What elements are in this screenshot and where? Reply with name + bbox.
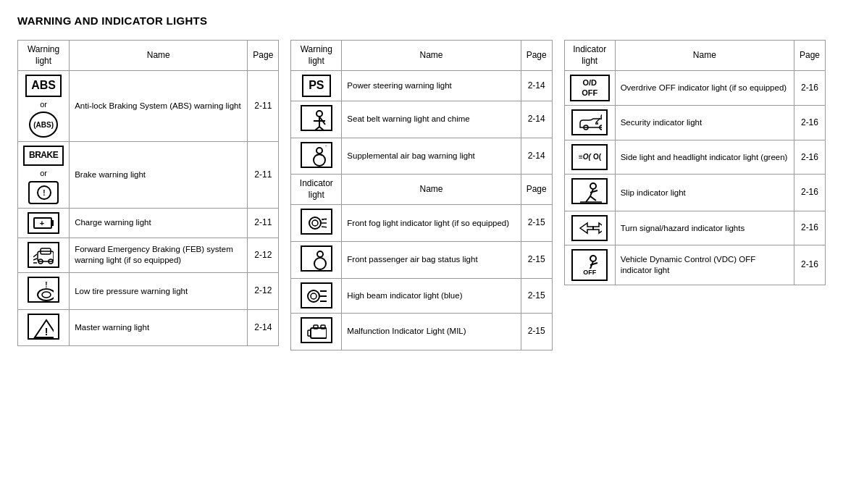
svg-rect-3: [51, 220, 54, 226]
off-text: OFF: [582, 88, 597, 98]
table-row: + Charge warning light 2-11: [18, 208, 279, 238]
security-page: 2-16: [794, 105, 825, 140]
icon-cell-foglight: [291, 205, 342, 242]
abs-icon: ABS: [25, 75, 62, 97]
table-row: Security indicator light 2-16: [564, 105, 825, 140]
feb-icon: [28, 242, 59, 268]
pass-airbag-name: Front passenger air bag status light: [342, 241, 521, 278]
mil-icon: [301, 317, 332, 343]
triangle-warning-svg: !: [33, 317, 54, 339]
vdc-svg: [577, 253, 609, 269]
svg-rect-45: [308, 330, 311, 336]
svg-line-67: [590, 263, 597, 265]
abs-name: Anti-lock Braking System (ABS) warning l…: [70, 71, 248, 142]
turnsignal-icon: [571, 215, 608, 241]
feb-name: Forward Emergency Braking (FEB) system w…: [70, 238, 248, 273]
svg-point-27: [309, 217, 321, 229]
table-row: ! Master warning light 2-14: [18, 309, 279, 346]
security-icon: [571, 109, 608, 135]
svg-point-49: [601, 114, 602, 119]
svg-text:!: !: [45, 326, 49, 337]
icon-cell-airbag: *: [291, 138, 342, 175]
sidelight-name: Side light and headlight indicator light…: [615, 140, 794, 175]
icon-cell-seatbelt: [291, 101, 342, 138]
battery-icon: +: [33, 217, 54, 230]
page-title: WARNING AND INDICATOR LIGHTS: [17, 14, 826, 27]
svg-point-55: [590, 183, 596, 189]
svg-line-31: [322, 227, 327, 228]
vdc-name: Vehicle Dynamic Control (VDC) OFF indica…: [615, 245, 794, 285]
table-row: Front fog light indicator light (if so e…: [291, 205, 552, 242]
icon-cell-mil: [291, 314, 342, 350]
seatbelt-page: 2-14: [521, 101, 552, 138]
tables-container: Warninglight Name Page ABS or (ABS) Anti…: [17, 40, 826, 350]
seatbelt-name: Seat belt warning light and chime: [342, 101, 521, 138]
table1-header-light: Warninglight: [18, 41, 70, 71]
svg-line-57: [590, 190, 597, 193]
svg-marker-64: [593, 223, 602, 233]
icon-cell-security: [564, 105, 615, 140]
slip-page: 2-16: [794, 175, 825, 211]
ps-name: Power steering warning light: [342, 71, 521, 101]
svg-point-28: [312, 220, 318, 226]
slip-icon: [571, 178, 608, 204]
table-row: * Supplemental air bag warning light 2-1…: [291, 138, 552, 175]
icon-cell-turnsignal: [564, 211, 615, 245]
table-row: BRAKE or ! Brake warning light 2-11: [18, 142, 279, 208]
ps-page: 2-14: [521, 71, 552, 101]
master-warning-page: 2-14: [248, 309, 279, 346]
indicator-subheader-row: Indicatorlight Name Page: [291, 175, 552, 205]
charge-page: 2-11: [248, 208, 279, 238]
foglight-svg: [306, 212, 327, 234]
highbeam-name: High beam indicator light (blue): [342, 278, 521, 314]
svg-point-13: [42, 292, 51, 298]
table3-header-page: Page: [794, 41, 825, 71]
charge-name: Charge warning light: [70, 208, 248, 238]
tire-name: Low tire pressure warning light: [70, 273, 248, 310]
indicator-subheader-name: Name: [342, 175, 521, 205]
table1-header-page: Page: [248, 41, 279, 71]
table-row: Forward Emergency Braking (FEB) system w…: [18, 238, 279, 273]
svg-point-37: [308, 290, 319, 302]
icon-cell-ps: PS: [291, 71, 342, 101]
od-text: O/D: [582, 77, 597, 88]
warning-table-2: Warninglight Name Page PS Power steering…: [290, 40, 552, 350]
foglight-page: 2-15: [521, 205, 552, 242]
svg-line-58: [586, 196, 590, 202]
svg-point-65: [590, 256, 596, 261]
indicator-subheader-page: Page: [521, 175, 552, 205]
charge-icon: +: [28, 212, 59, 234]
brake-icon-2: !: [28, 181, 59, 204]
icon-cell-feb: [18, 238, 70, 273]
seatbelt-icon: [301, 105, 332, 131]
foglight-name: Front fog light indicator light (if so e…: [342, 205, 521, 242]
warning-table-1: Warninglight Name Page ABS or (ABS) Anti…: [17, 40, 279, 346]
svg-line-9: [33, 254, 37, 257]
airbag-page: 2-14: [521, 138, 552, 175]
od-page: 2-16: [794, 71, 825, 106]
svg-marker-63: [580, 223, 593, 233]
icon-cell-brake: BRAKE or !: [18, 142, 70, 208]
svg-rect-44: [321, 325, 325, 329]
sidelight-page: 2-16: [794, 140, 825, 175]
or-text-2: or: [23, 168, 64, 178]
svg-text:*: *: [325, 146, 327, 151]
icon-cell-od: O/D OFF: [564, 71, 615, 106]
master-warning-name: Master warning light: [70, 309, 248, 346]
indicator-subheader-light: Indicatorlight: [291, 175, 342, 205]
table-row: Slip indicator light 2-16: [564, 175, 825, 211]
mil-name: Malfunction Indicator Light (MIL): [342, 314, 521, 350]
indicator-table-3: Indicatorlight Name Page O/D OFF Overdri…: [564, 40, 826, 285]
security-name: Security indicator light: [615, 105, 794, 140]
brake-circle-icon: !: [34, 185, 53, 201]
table-row: Turn signal/hazard indicator lights 2-16: [564, 211, 825, 245]
ps-icon: PS: [302, 75, 331, 97]
highbeam-svg: [306, 286, 327, 306]
slip-name: Slip indicator light: [615, 175, 794, 211]
tire-pressure-svg: !: [33, 280, 54, 302]
sidelight-icon: ≡O( O(: [571, 144, 608, 170]
sidelight-svg: ≡O( O(: [577, 148, 602, 167]
slip-svg: [577, 182, 602, 203]
table-row: OFF 2 Front passenger air bag status lig…: [291, 241, 552, 278]
table-row: Seat belt warning light and chime 2-14: [291, 101, 552, 138]
